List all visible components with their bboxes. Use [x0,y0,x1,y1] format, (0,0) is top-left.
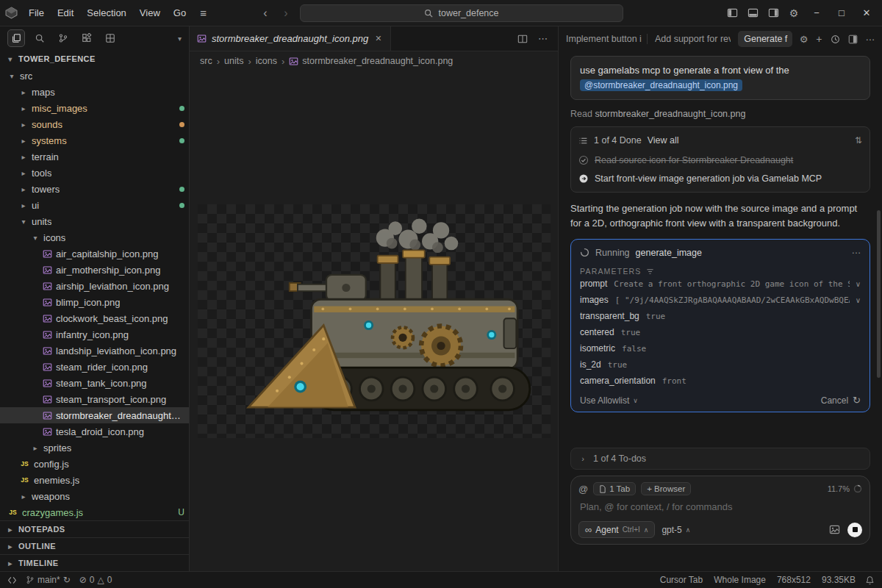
filter-icon[interactable] [646,268,654,276]
model-selector[interactable]: gpt-5 ∧ [662,525,690,535]
collapse-expand-icon[interactable]: ⇅ [855,135,862,146]
todo-item[interactable]: Read source icon for Stormbreaker Dreadn… [571,151,870,169]
split-editor-icon[interactable] [517,34,528,44]
menu-edit[interactable]: Edit [51,0,80,26]
close-button[interactable]: ✕ [854,0,879,26]
tree-item-air-mothership-icon-png[interactable]: air_mothership_icon.png [0,262,189,278]
toggle-panel-icon[interactable] [742,3,763,24]
tree-item-towers[interactable]: ▸towers [0,181,189,197]
tree-item-icons[interactable]: ▾icons [0,229,189,245]
todo-header[interactable]: 1 of 4 Done View all ⇅ [571,130,870,151]
tree-item-systems[interactable]: ▸systems [0,132,189,148]
new-chat-icon[interactable]: + [816,33,822,45]
menu-file[interactable]: File [22,0,51,26]
chat-tab-implement-button-i[interactable]: Implement button i [566,34,648,44]
hamburger-menu-icon[interactable]: ≡ [193,7,214,19]
tree-item-sounds[interactable]: ▸sounds [0,116,189,132]
minimize-button[interactable]: − [804,0,829,26]
tree-item-ui[interactable]: ▸ui [0,197,189,213]
tree-item-maps[interactable]: ▸maps [0,84,189,100]
tool-more-icon[interactable]: ⋯ [852,247,861,258]
tab-context-pill[interactable]: 1 Tab [593,482,636,495]
remote-icon[interactable] [7,576,17,585]
extensions-icon[interactable] [78,29,96,47]
chat-input-box[interactable]: @ 1 Tab + Browser 11.7% Plan, @ for cont… [570,476,870,545]
chat-input[interactable]: Plan, @ for context, / for commands [578,499,862,517]
status-93-35kb[interactable]: 93.35KB [822,575,856,585]
tree-item-src[interactable]: ▾src [0,68,189,84]
toggle-sidebar-icon[interactable] [722,3,742,24]
tree-item-air-capitalship-icon-png[interactable]: air_capitalship_icon.png [0,245,189,262]
maximize-button[interactable]: □ [829,0,854,26]
chevron-down-icon[interactable]: ▾ [178,35,182,43]
tree-item-blimp-icon-png[interactable]: blimp_icon.png [0,294,189,310]
menu-go[interactable]: Go [167,0,193,26]
open-in-editor-icon[interactable] [848,35,858,44]
todos-collapsed-bar[interactable]: › 1 of 4 To-dos [570,448,870,470]
agent-mode-selector[interactable]: ∞ Agent Ctrl+I ∧ [578,521,655,538]
tree-item-sprites[interactable]: ▸sprites [0,440,189,456]
panel-notepads[interactable]: ▸NOTEPADS [0,520,189,537]
chat-tab-generate-f[interactable]: Generate f [738,31,792,47]
stop-generating-button[interactable] [847,523,862,537]
breadcrumb-item-units[interactable]: units [224,56,243,66]
notifications-bell-icon[interactable] [865,576,875,585]
tree-item-crazygames-js[interactable]: JScrazygames.jsU [0,504,189,520]
back-icon[interactable]: ‹ [259,7,272,20]
tree-item-enemies-js[interactable]: JSenemies.js [0,472,189,488]
chevron-down-icon[interactable]: ∨ [850,280,861,288]
chat-scrollbar[interactable] [877,210,881,378]
tree-item-units[interactable]: ▾units [0,213,189,229]
tree-item-stormbreaker-dreadnaught-i[interactable]: stormbreaker_dreadnaught_i... [0,407,189,423]
status-whole-image[interactable]: Whole Image [714,575,766,585]
use-allowlist-button[interactable]: Use Allowlist ∨ [580,395,638,406]
breadcrumb-item-src[interactable]: src [200,56,212,66]
remote-explorer-icon[interactable] [101,29,119,47]
tree-item-clockwork-beast-icon-png[interactable]: clockwork_beast_icon.png [0,310,189,326]
at-mention-icon[interactable]: @ [578,484,588,495]
tree-item-steam-transport-icon-png[interactable]: steam_transport_icon.png [0,391,189,407]
forward-icon[interactable]: › [279,7,293,20]
tree-item-terrain[interactable]: ▸terrain [0,148,189,165]
explorer-icon[interactable] [7,29,25,47]
param-prompt[interactable]: promptCreate a front orthographic 2D gam… [580,276,861,292]
status-768x512[interactable]: 768x512 [777,575,811,585]
menu-selection[interactable]: Selection [80,0,132,26]
menu-view[interactable]: View [133,0,167,26]
search-icon[interactable] [31,29,49,47]
todo-item[interactable]: Start front-view image generation job vi… [571,169,870,187]
close-tab-icon[interactable]: ✕ [373,32,383,45]
tree-item-config-js[interactable]: JSconfig.js [0,456,189,472]
command-center-search[interactable]: tower_defence [300,4,623,22]
context-usage[interactable]: 11.7% [828,484,862,493]
tree-item-steam-tank-icon-png[interactable]: steam_tank_icon.png [0,375,189,391]
panel-timeline[interactable]: ▸TIMELINE [0,554,189,571]
settings-gear-icon[interactable]: ⚙ [784,3,804,24]
tree-item-landship-leviathon-icon-png[interactable]: landship_leviathon_icon.png [0,343,189,359]
problems-indicator[interactable]: ⊘ 0 △ 0 [79,575,112,585]
panel-outline[interactable]: ▸OUTLINE [0,537,189,554]
file-mention-pill[interactable]: @stormbreaker_dreadnaught_icon.png [580,79,742,91]
status-cursor-tab[interactable]: Cursor Tab [660,575,703,585]
tree-item-weapons[interactable]: ▸weapons [0,488,189,504]
customize-layout-icon[interactable] [763,3,784,24]
param-images[interactable]: images[ "/9j/4AAQSkZJRgABAQAAAQABAAD/2wC… [580,292,861,308]
chat-more-icon[interactable]: ⋯ [866,34,875,45]
breadcrumb-item-stormbreaker-dreadnaught-icon-png[interactable]: stormbreaker_dreadnaught_icon.png [289,56,453,66]
source-control-icon[interactable] [54,29,72,47]
tree-item-airship-leviathon-icon-png[interactable]: airship_leviathon_icon.png [0,278,189,294]
cancel-button[interactable]: Cancel ↻ [821,395,861,406]
tree-item-steam-rider-icon-png[interactable]: steam_rider_icon.png [0,359,189,375]
chat-settings-gear-icon[interactable]: ⚙ [800,34,808,45]
chat-history-icon[interactable] [831,35,840,44]
tree-item-infantry-icon-png[interactable]: infantry_icon.png [0,326,189,343]
chat-tab-add-support-for-rev[interactable]: Add support for rev [655,34,731,44]
browser-pill[interactable]: + Browser [641,482,691,495]
tree-item-tools[interactable]: ▸tools [0,165,189,181]
todo-view-all[interactable]: View all [648,135,679,146]
read-filename[interactable]: stormbreaker_dreadnaught_icon.png [595,109,745,119]
breadcrumb-item-icons[interactable]: icons [256,56,277,66]
user-message[interactable]: use gamelabs mcp to generate a front vie… [570,56,870,100]
editor-tab[interactable]: stormbreaker_dreadnaught_icon.png ✕ [190,26,391,51]
git-branch-indicator[interactable]: main* ↻ [26,575,71,585]
